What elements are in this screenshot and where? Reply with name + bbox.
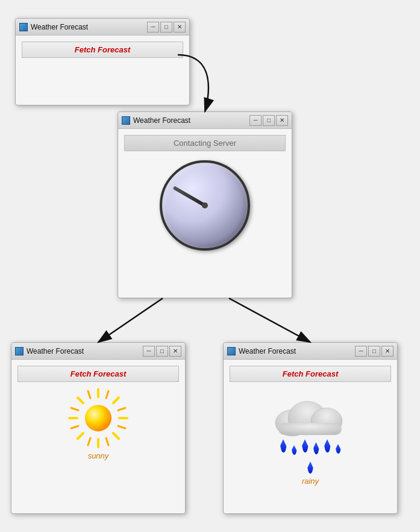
fetch-forecast-button-sunny[interactable]: Fetch Forecast [17,366,179,382]
cloud-display: rainy [230,382,391,489]
minimize-btn-initial[interactable]: ─ [147,22,159,33]
contacting-server-label: Contacting Server [124,135,286,151]
gauge-needle [173,186,206,207]
svg-line-8 [106,391,108,398]
svg-line-11 [106,438,108,445]
window-content-initial: Fetch Forecast [16,36,189,64]
maximize-btn-initial[interactable]: □ [160,22,172,33]
raindrop [280,439,287,452]
cloud-svg [271,388,349,436]
window-loading: Weather Forecast ─ □ ✕ Contacting Server [118,111,292,298]
titlebar-sunny: Weather Forecast ─ □ ✕ [11,343,185,360]
minimize-btn-sunny[interactable]: ─ [143,346,155,357]
window-sunny: Weather Forecast ─ □ ✕ Fetch Forecast [11,342,186,514]
window-rainy: Weather Forecast ─ □ ✕ Fetch Forecast [223,342,398,514]
window-content-rainy: Fetch Forecast [224,360,397,495]
close-btn-loading[interactable]: ✕ [276,115,288,126]
raindrop [292,445,297,455]
svg-line-13 [71,426,78,428]
svg-line-14 [71,408,78,410]
window-content-sunny: Fetch Forecast [11,360,185,469]
weather-label-sunny: sunny [88,451,109,460]
arrow-loading-to-rainy [229,298,310,342]
gauge-center [202,202,208,208]
maximize-btn-rainy[interactable]: □ [368,346,380,357]
fetch-forecast-button-rainy[interactable]: Fetch Forecast [230,366,391,382]
svg-rect-20 [278,423,342,435]
titlebar-title-initial: Weather Forecast [31,23,146,31]
sun-rays-svg [68,388,128,448]
window-icon-rainy [227,347,236,355]
svg-point-16 [85,405,111,431]
minimize-btn-loading[interactable]: ─ [249,115,262,126]
sun-display: sunny [17,382,179,463]
maximize-btn-sunny[interactable]: □ [156,346,168,357]
svg-line-5 [78,433,83,439]
raindrop [313,442,319,454]
maximize-btn-loading[interactable]: □ [263,115,275,126]
window-content-loading: Contacting Server [118,129,292,266]
svg-line-3 [113,433,119,439]
svg-line-15 [88,391,90,398]
arrow-loading-to-sunny [98,298,163,342]
window-icon-sunny [15,347,24,355]
titlebar-title-rainy: Weather Forecast [239,347,354,355]
minimize-btn-rainy[interactable]: ─ [355,346,367,357]
fetch-forecast-button-initial[interactable]: Fetch Forecast [22,42,183,58]
close-btn-initial[interactable]: ✕ [174,22,186,33]
titlebar-rainy: Weather Forecast ─ □ ✕ [224,343,397,360]
raindrop [336,444,341,454]
raindrop [302,439,309,452]
window-initial: Weather Forecast ─ □ ✕ Fetch Forecast [15,18,190,105]
svg-line-1 [113,398,119,403]
sun-graphic [68,388,128,448]
svg-line-7 [78,398,83,403]
titlebar-title-loading: Weather Forecast [133,116,248,125]
weather-label-rainy: rainy [302,477,319,486]
svg-line-10 [118,426,125,428]
titlebar-title-sunny: Weather Forecast [27,347,142,355]
loading-gauge [160,160,250,251]
titlebar-initial: Weather Forecast ─ □ ✕ [16,19,189,36]
svg-line-12 [88,438,90,445]
close-btn-sunny[interactable]: ✕ [169,346,181,357]
titlebar-loading: Weather Forecast ─ □ ✕ [118,112,292,129]
raindrop [307,462,313,474]
rain-drops-container [277,439,343,474]
raindrop [324,439,331,452]
window-icon-initial [19,23,28,31]
window-icon-loading [122,116,130,125]
gauge-container [124,151,286,260]
close-btn-rainy[interactable]: ✕ [381,346,393,357]
svg-line-9 [118,408,125,410]
